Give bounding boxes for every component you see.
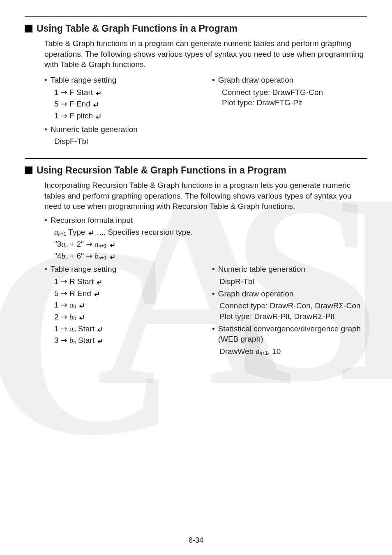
enter-icon (95, 88, 102, 99)
bullet-text: Graph draw operation (218, 289, 294, 299)
enter-icon (109, 252, 116, 263)
bullet-dot: • (212, 264, 215, 275)
section-title-2: Using Recursion Table & Graph Functions … (25, 164, 367, 177)
arrow-right-icon: → (61, 300, 67, 309)
enter-icon (78, 313, 86, 324)
section-title-text: Using Table & Graph Functions in a Progr… (37, 22, 238, 35)
arrow-right-icon: → (61, 324, 67, 333)
subscript-plus: +1 (101, 243, 107, 249)
bullet-dot: • (44, 75, 47, 86)
var-b: b (69, 312, 74, 321)
enter-icon (96, 278, 103, 288)
bullet-text: Numeric table generation (218, 264, 305, 275)
bullet: • Graph draw operation (212, 289, 367, 299)
col-right: • Numeric table generation DispR-Tbl • G… (212, 262, 367, 356)
square-bullet-icon (25, 25, 32, 32)
subscript-plus: +1 (61, 231, 67, 237)
arrow-right-icon: → (86, 239, 92, 248)
arrow-right-icon: → (61, 111, 67, 120)
enter-icon (78, 301, 86, 312)
bullet-dot: • (44, 124, 47, 135)
line: Plot type: DrawFTG-Plt (222, 97, 367, 108)
columns-1: • Table range setting 1 → F Start 5 → F … (44, 73, 367, 147)
var-a: a (61, 240, 65, 248)
columns-2: • Table range setting 1 → R Start 5 → R … (44, 262, 367, 356)
subscript-plus: +1 (101, 255, 107, 261)
bullet-dot: • (212, 324, 215, 345)
bullet-dot: • (44, 264, 47, 275)
line: 1 → a0 (54, 300, 200, 312)
line: DispF-Tbl (54, 136, 200, 147)
arrow-right-icon: → (61, 277, 67, 286)
line: 1 → R Start (54, 276, 200, 288)
bullet-dot: • (44, 215, 47, 226)
var-b: b (61, 252, 65, 260)
bullet-dot: • (212, 289, 215, 299)
col-left: • Table range setting 1 → R Start 5 → R … (44, 262, 200, 356)
line: an+1 Type .... Specifies recursion type. (54, 227, 367, 239)
col-left: • Table range setting 1 → F Start 5 → F … (44, 73, 200, 147)
page-content: Using Table & Graph Functions in a Progr… (25, 16, 367, 356)
bullet: • Numeric table generation (212, 264, 367, 275)
subscript: 0 (74, 316, 76, 321)
bullet: • Numeric table generation (44, 124, 200, 135)
arrow-right-icon: → (61, 99, 67, 108)
section-intro: Table & Graph functions in a program can… (44, 38, 367, 70)
line: Plot type: DrawR-Plt, DrawRΣ-Plt (219, 311, 367, 322)
var-a: a (69, 324, 74, 333)
pre-block: • Recursion formula input an+1 Type ....… (44, 215, 367, 263)
line: 2 → b0 (54, 312, 200, 324)
section-intro: Incorporating Recursion Table & Graph fu… (44, 180, 367, 212)
enter-icon (95, 112, 102, 123)
bullet-text: Numeric table generation (51, 124, 138, 135)
var-a: a (54, 228, 58, 236)
line: "3an + 2" → an+1 (54, 239, 367, 251)
bullet-text: Table range setting (51, 264, 117, 275)
bullet-text: Recursion formula input (51, 215, 133, 226)
line: DrawWeb an+1, 10 (219, 346, 367, 357)
subscript-plus: +1 (262, 350, 268, 356)
enter-icon (97, 325, 104, 335)
var-b: b (95, 252, 99, 260)
var-a: a (69, 301, 74, 309)
section-title-1: Using Table & Graph Functions in a Progr… (25, 22, 367, 35)
bullet: • Table range setting (44, 264, 200, 275)
bullet: • Table range setting (44, 75, 200, 86)
bullet-text: Table range setting (51, 75, 117, 86)
line: 5 → R End (54, 288, 200, 300)
bullet-text: Statistical convergence/divergence graph… (218, 324, 361, 345)
col-right: • Graph draw operation Connect type: Dra… (212, 73, 367, 147)
enter-icon (88, 228, 95, 239)
arrow-right-icon: → (61, 335, 67, 345)
bullet-dot: • (212, 75, 215, 86)
page-number: 8-34 (0, 535, 392, 545)
bullet-text: Graph draw operation (218, 75, 294, 86)
subscript: 0 (74, 304, 76, 310)
section-title-text: Using Recursion Table & Graph Functions … (37, 164, 286, 177)
line: 1 → F Start (54, 87, 200, 99)
line: 3 → bn Start (54, 335, 200, 347)
var-a: a (95, 240, 99, 248)
bullet: • Recursion formula input (44, 215, 367, 226)
line: "4bn + 6" → bn+1 (54, 251, 367, 263)
var-b: b (69, 336, 74, 345)
var-a: a (256, 347, 260, 356)
enter-icon (109, 240, 116, 251)
line: 1 → F pitch (54, 111, 200, 123)
bullet: • Graph draw operation (212, 75, 367, 86)
enter-icon (97, 336, 104, 347)
arrow-right-icon: → (86, 251, 92, 260)
line: DispR-Tbl (219, 276, 367, 287)
enter-icon (93, 289, 101, 300)
line: Connect type: DrawR-Con, DrawRΣ-Con (219, 301, 367, 311)
square-bullet-icon (25, 166, 32, 174)
arrow-right-icon: → (61, 88, 67, 97)
bullet: • Statistical convergence/divergence gra… (212, 324, 367, 345)
line: Connect type: DrawFTG-Con (222, 87, 367, 98)
line: 5 → F End (54, 99, 200, 111)
line: 1 → an Start (54, 324, 200, 335)
arrow-right-icon: → (61, 289, 67, 298)
enter-icon (92, 100, 100, 111)
arrow-right-icon: → (61, 312, 67, 321)
